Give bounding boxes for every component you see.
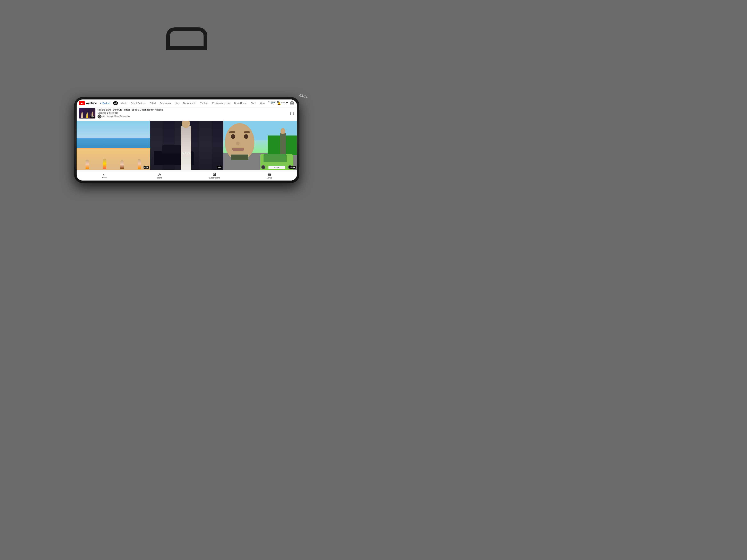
device-label: 4164 <box>299 93 308 99</box>
screen: 🔊 18 ▭ ▬ ← YouTube <box>77 100 297 181</box>
video-duration-1: 3:21 <box>144 166 149 169</box>
thrillers-chip[interactable]: Thrillers <box>199 101 209 105</box>
device-shell: 4164 🔊 18 ▭ ▬ ← <box>74 97 299 183</box>
shorts-icon: ◎ <box>158 172 161 177</box>
home-label: Home <box>102 177 106 179</box>
ad-thumbnail: 2:56 <box>79 108 96 118</box>
yt-logo-text: YouTube <box>85 102 97 105</box>
youtube-app: YouTube ✓ Explore All Music Fast & Furio… <box>77 100 297 181</box>
screen-icon: ▬ <box>286 101 288 103</box>
bottom-nav: ⌂ Home ◎ Shorts ☑ Subscriptions ▤ <box>77 171 297 181</box>
yt-nav: ✓ Explore All Music Fast & Furious Pitbu… <box>99 101 268 105</box>
ad-menu-icon[interactable]: ⋮ <box>289 111 294 116</box>
pitbull-chip[interactable]: Pitbull <box>148 101 157 105</box>
device-handle <box>166 27 207 50</box>
fast-furious-chip[interactable]: Fast & Furious <box>130 101 147 105</box>
shorts-label: Shorts <box>156 177 162 179</box>
video-watermark: VAVA <box>182 152 191 155</box>
home-nav-item[interactable]: ⌂ Home <box>77 172 132 180</box>
ad-label: Ad · Vintage Music Production <box>98 114 287 118</box>
video-card-3[interactable]: SLW 287R 15:04 <box>224 121 297 170</box>
yt-logo[interactable]: YouTube <box>79 101 97 105</box>
library-label: Library <box>266 177 272 179</box>
video-thumbnail-2: VAVA 0:48 <box>150 121 224 170</box>
deep-house-chip[interactable]: Deep House <box>233 101 248 105</box>
battery-icon: ▭ <box>281 101 285 103</box>
yt-content: 2:56 Roxana Sava - Domnule Perfect - Spe… <box>77 107 297 171</box>
back-button[interactable]: ← <box>289 100 294 104</box>
video-thumbnail-3: SLW 287R 15:04 <box>224 121 297 170</box>
home-icon: ⌂ <box>103 172 105 176</box>
vinyl-icon <box>98 114 102 118</box>
yt-header: YouTube ✓ Explore All Music Fast & Furio… <box>77 100 297 107</box>
reggaeton-chip[interactable]: Reggaeton <box>158 101 172 105</box>
wifi-icon <box>268 101 269 103</box>
ad-meta: Streamed 1 month ago <box>98 112 287 114</box>
ad-duration: 2:56 <box>90 116 95 118</box>
video-grid: 3:21 <box>77 120 297 171</box>
video-duration-2: 0:48 <box>217 166 222 169</box>
subscriptions-nav-item[interactable]: ☑ Subscriptions <box>187 172 242 180</box>
video-card-2[interactable]: VAVA 0:48 <box>150 121 224 170</box>
yt-logo-icon <box>79 101 85 105</box>
all-chip[interactable]: All <box>113 101 118 105</box>
explore-nav-item[interactable]: ✓ Explore <box>99 101 111 105</box>
device-wrapper: 4164 🔊 18 ▭ ▬ ← <box>64 48 310 232</box>
performance-cars-chip[interactable]: Performance cars <box>211 101 231 105</box>
library-nav-item[interactable]: ▤ Library <box>242 172 297 180</box>
video-thumbnail-1: 3:21 <box>77 121 150 170</box>
library-icon: ▤ <box>268 172 271 177</box>
ad-banner[interactable]: 2:56 Roxana Sava - Domnule Perfect - Spe… <box>77 107 297 120</box>
ad-title: Roxana Sava - Domnule Perfect - Special … <box>98 108 287 111</box>
ad-info: Roxana Sava - Domnule Perfect - Special … <box>98 108 287 118</box>
music-chip[interactable]: Music <box>120 101 128 105</box>
screen-bezel: 🔊 18 ▭ ▬ ← YouTube <box>77 100 297 181</box>
dance-music-chip[interactable]: Dance music <box>182 101 198 105</box>
status-bar: 🔊 18 ▭ ▬ ← <box>266 100 297 104</box>
battery-level: 18 <box>277 101 279 103</box>
video-card-1[interactable]: 3:21 <box>77 121 150 170</box>
kicks-chip[interactable]: Kicks <box>258 101 266 105</box>
live-chip[interactable]: Live <box>174 101 180 105</box>
filmi-chip[interactable]: Filmi <box>250 101 257 105</box>
video-duration-3: 15:04 <box>289 166 296 169</box>
shorts-nav-item[interactable]: ◎ Shorts <box>132 172 187 180</box>
subscriptions-icon: ☑ <box>213 172 216 177</box>
subscriptions-label: Subscriptions <box>209 177 220 179</box>
sound-icon: 🔊 <box>271 101 276 103</box>
